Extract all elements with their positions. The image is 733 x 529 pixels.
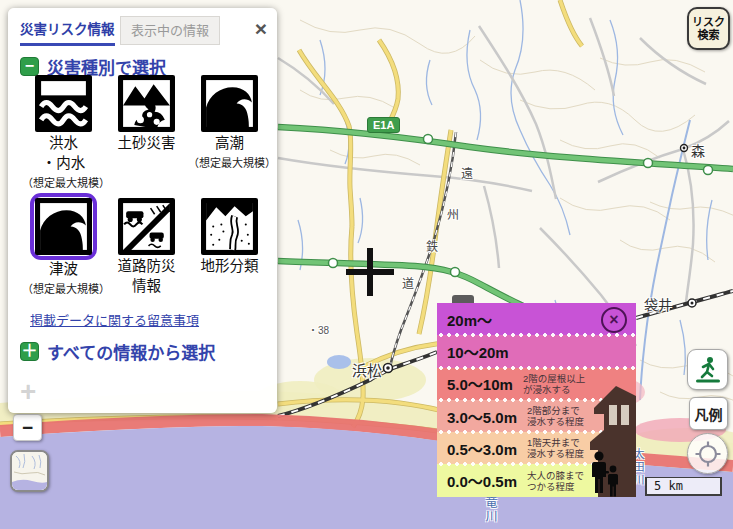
map-center-crosshair xyxy=(346,248,394,296)
storm-surge-icon xyxy=(201,75,258,132)
depth-range: 5.0〜10m xyxy=(447,373,513,394)
landform-icon xyxy=(201,198,258,255)
disaster-item-road-disaster[interactable]: 道路防災 情報 xyxy=(105,198,188,321)
zoom-in-ghost: + xyxy=(20,376,36,408)
minimap-thumbnail xyxy=(12,452,47,490)
panel-tab-bar: 災害リスク情報 表示中の情報 × xyxy=(8,8,277,46)
spot-elevation-label: ・38 xyxy=(308,322,329,337)
road-disaster-icon xyxy=(118,198,175,255)
disaster-item-landslide[interactable]: 土砂災害 xyxy=(105,75,188,198)
adult-child-icon xyxy=(590,451,620,497)
city-label-hamamatsu: 浜松 xyxy=(352,359,382,380)
disaster-risk-panel: 災害リスク情報 表示中の情報 × − 災害種別で選択 洪水 ・内水 （想定最大規… xyxy=(8,8,277,413)
item-note: （想定最大規模） xyxy=(22,280,105,296)
section-all-info[interactable]: ＋ すべての情報から選択 xyxy=(20,339,215,364)
depth-range: 3.0〜5.0m xyxy=(447,406,517,427)
disaster-item-storm-surge[interactable]: 高潮 （想定最大規模） xyxy=(188,75,271,198)
selection-border xyxy=(30,193,97,260)
depth-description: 2階部分まで浸水する程度 xyxy=(527,405,584,427)
risk-search-label: 検索 xyxy=(698,29,720,42)
depth-description: 大人の膝までつかる程度 xyxy=(527,470,584,492)
tab-disaster-risk-info[interactable]: 災害リスク情報 xyxy=(20,18,115,46)
railway-label-char: 鉄 xyxy=(426,237,438,254)
item-label: 地形分類 xyxy=(201,258,259,275)
running-person-icon xyxy=(693,355,723,385)
disaster-item-landform[interactable]: 地形分類 xyxy=(188,198,271,321)
section-title: すべての情報から選択 xyxy=(47,339,215,364)
depth-description: 1階天井まで浸水する程度 xyxy=(527,437,584,459)
collapse-minus-icon[interactable]: − xyxy=(20,57,39,76)
item-label: 道路防災 xyxy=(118,258,176,275)
current-location-button[interactable] xyxy=(687,433,728,474)
item-label: 津波 xyxy=(49,261,78,278)
expand-plus-icon[interactable]: ＋ xyxy=(20,342,39,361)
crosshair-target-icon xyxy=(694,440,722,468)
depth-range: 10〜20m xyxy=(447,341,509,362)
scale-bar: 5 km xyxy=(645,477,722,496)
legend-row: 10〜20m xyxy=(437,335,636,367)
disaster-item-tsunami[interactable]: 津波 （想定最大規模） xyxy=(22,198,105,321)
overview-map-button[interactable] xyxy=(10,450,49,492)
close-icon[interactable]: × xyxy=(255,18,267,39)
flood-icon xyxy=(35,75,92,132)
item-note: （想定最大規模） xyxy=(188,154,271,170)
zoom-out-button[interactable]: − xyxy=(13,414,42,441)
disaster-icon-grid: 洪水 ・内水 （想定最大規模） 土砂災害 高潮 xyxy=(22,75,271,321)
disaster-item-flood[interactable]: 洪水 ・内水 （想定最大規模） xyxy=(22,75,105,198)
depth-range: 20m〜 xyxy=(447,309,492,330)
landslide-icon xyxy=(118,75,175,132)
depth-description: 2階の屋根以上が浸水する xyxy=(523,373,585,395)
item-label: ・内水 xyxy=(42,155,86,172)
item-label: 高潮 xyxy=(215,135,244,152)
evacuation-site-button[interactable] xyxy=(687,349,728,390)
railway-label-char: 道 xyxy=(402,274,414,291)
railway-label-char: 州 xyxy=(447,205,459,222)
expressway-badge: E1A xyxy=(367,117,400,133)
lake xyxy=(327,355,351,369)
tab-displayed-info[interactable]: 表示中の情報 xyxy=(120,16,220,45)
risk-search-label: リスク xyxy=(692,16,725,29)
town-label-mori: 森 xyxy=(691,140,705,160)
depth-range: 0.0〜0.5m xyxy=(447,470,517,491)
item-label: 洪水 xyxy=(49,135,78,152)
risk-search-button[interactable]: リスク 検索 xyxy=(687,7,730,50)
item-label: 情報 xyxy=(132,278,161,295)
legend-row: 20m〜 × xyxy=(437,303,636,335)
legend-toggle-button[interactable]: 凡例 xyxy=(689,397,728,430)
tsunami-depth-legend: 20m〜 × 10〜20m 5.0〜10m 2階の屋根以上が浸水する 3.0〜5… xyxy=(437,303,636,497)
railway-label-char: 遠 xyxy=(461,164,473,181)
hazard-map-app: E1A 浜松 袋井 森 ・38 遠 州 鉄 道 太田川 天竜川 災害リスク情報 … xyxy=(0,0,733,529)
item-note: （想定最大規模） xyxy=(22,174,105,190)
tsunami-icon xyxy=(35,198,92,255)
data-notes-link[interactable]: 掲載データに関する留意事項 xyxy=(30,310,199,329)
legend-close-icon[interactable]: × xyxy=(601,307,627,333)
depth-range: 0.5〜3.0m xyxy=(447,438,517,459)
city-label-fukuroi: 袋井 xyxy=(644,294,672,314)
item-label: 土砂災害 xyxy=(118,135,176,152)
